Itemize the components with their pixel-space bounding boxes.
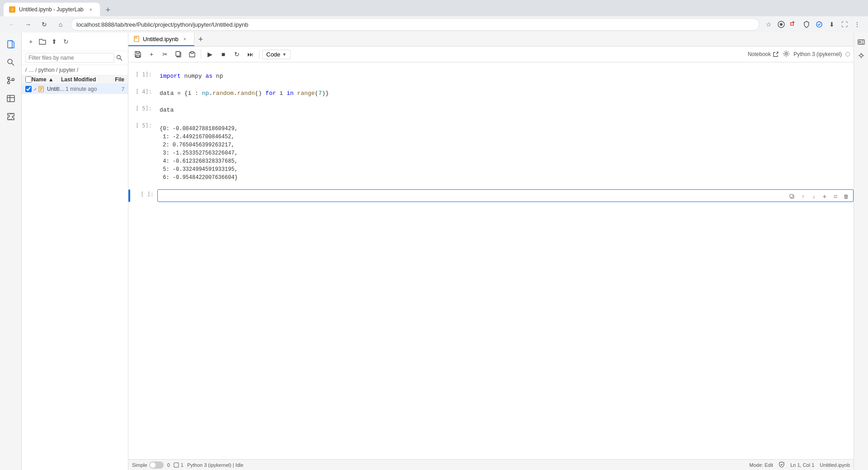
save-button[interactable] <box>132 48 144 60</box>
browser-toolbar: ← → ↻ ⌂ localhost:8888/lab/tree/Public/p… <box>0 16 868 33</box>
home-button[interactable]: ⌂ <box>54 18 67 31</box>
restart-button[interactable]: ↻ <box>231 48 243 60</box>
more-icon[interactable]: ⋮ <box>852 19 863 30</box>
run-cell-button[interactable]: ▶ <box>204 48 216 60</box>
cell-5-content[interactable]: data <box>156 103 854 117</box>
table-icon[interactable] <box>3 90 19 107</box>
svg-rect-22 <box>135 38 137 38</box>
settings-button[interactable] <box>783 50 790 59</box>
select-all-checkbox[interactable] <box>25 76 32 83</box>
reload-button[interactable]: ↻ <box>38 18 51 31</box>
file-check-icon: ✓ <box>33 87 37 92</box>
cell-empty-content[interactable]: ↑ ↓ 🗑 <box>157 189 854 202</box>
browser-toolbar-icons: ☆ ⬇ ⛶ ⋮ <box>763 19 863 30</box>
tab-close-button[interactable]: × <box>87 6 94 13</box>
trusted-icon <box>778 461 785 469</box>
new-tab-button[interactable]: + <box>102 4 114 16</box>
add-cell-above-action[interactable] <box>820 192 830 202</box>
search-sidebar-icon[interactable] <box>3 54 19 70</box>
cut-cell-button[interactable]: ✂ <box>159 48 171 60</box>
svg-rect-3 <box>793 21 794 23</box>
move-cell-up-action[interactable]: ↑ <box>798 192 808 202</box>
forward-button[interactable]: → <box>22 18 34 31</box>
notebook-tools-icon[interactable] <box>855 50 867 61</box>
svg-point-39 <box>860 54 863 57</box>
search-box <box>22 51 128 65</box>
cell-5-code: data <box>160 106 849 115</box>
svg-rect-5 <box>8 41 12 48</box>
paste-cell-button[interactable] <box>186 48 198 60</box>
cast-icon[interactable]: ⛶ <box>839 19 850 30</box>
file-list-header: Name ▲ Last Modified File <box>22 75 128 84</box>
delete-cell-action[interactable]: 🗑 <box>841 192 851 202</box>
file-panel: + ⬆ ↻ / … / python / jupyter / Name ▲ La… <box>22 33 128 470</box>
merge-cell-action[interactable] <box>830 192 840 202</box>
toggle-knob <box>150 462 156 468</box>
cell-4: [ 4]: data = {i : np.random.randn() for … <box>128 87 854 100</box>
kernel-info: Python 3 (ipykernel) | Idle <box>187 462 244 468</box>
cell-empty: [ ]: ↑ ↓ 🗑 <box>128 189 854 202</box>
download-icon[interactable]: ⬇ <box>826 19 837 30</box>
cell-5-output: [ 5]: {0: -0.0848278818609429, 1: -2.449… <box>128 121 854 186</box>
new-folder-button[interactable] <box>37 36 48 47</box>
active-tab[interactable]: J Untitled.ipynb - JupyterLab × <box>4 3 100 16</box>
add-cell-button[interactable]: + <box>146 48 157 60</box>
cell-4-code: data = {i : np.random.randn() for i in r… <box>160 89 849 98</box>
simple-mode-toggle[interactable]: Simple <box>132 461 164 469</box>
files-icon[interactable] <box>3 36 19 52</box>
file-checkbox[interactable] <box>25 86 32 92</box>
new-file-button[interactable]: + <box>25 36 36 47</box>
copy-cell-action[interactable] <box>787 192 797 202</box>
name-column-header[interactable]: Name ▲ <box>32 76 61 83</box>
file-search-button[interactable] <box>114 53 124 63</box>
puzzle-icon[interactable] <box>3 108 19 125</box>
extension-icon-2[interactable] <box>788 19 799 30</box>
svg-rect-26 <box>191 52 193 53</box>
notebook-tab-icon <box>134 36 140 42</box>
extension-icon-4[interactable] <box>814 19 825 30</box>
back-button[interactable]: ← <box>5 18 18 31</box>
refresh-button[interactable]: ↻ <box>61 36 71 47</box>
cell-empty-number: [ ]: <box>130 189 157 202</box>
notebook-open-button[interactable]: Notebook <box>748 51 779 57</box>
edit-mode-label: Mode: Edit <box>750 462 774 468</box>
cell-type-select[interactable]: Code ▼ <box>262 50 291 59</box>
notebook-tab-close[interactable]: × <box>181 35 189 42</box>
extension-icon-1[interactable] <box>776 19 787 30</box>
notebook-tab-title: Untitled.ipynb <box>143 36 179 42</box>
notebook-toolbar-right: Notebook Python 3 (ipykernel) <box>748 50 850 59</box>
browser-tabs: J Untitled.ipynb - JupyterLab × + <box>0 0 868 16</box>
interrupt-button[interactable]: ■ <box>217 48 229 60</box>
file-size: 7 <box>115 86 124 92</box>
status-bar: Simple 0 1 Python 3 (ipykernel) | Idle <box>128 459 854 470</box>
copy-cell-button[interactable] <box>173 48 184 60</box>
svg-rect-29 <box>790 194 793 197</box>
mode-toggle-switch[interactable] <box>149 461 164 469</box>
cell-1-content[interactable]: import numpy as np <box>156 70 854 83</box>
address-bar[interactable]: localhost:8888/lab/tree/Public/project/p… <box>71 18 760 31</box>
svg-rect-19 <box>40 90 42 91</box>
status-bar-left: Simple 0 1 Python 3 (ipykernel) | Idle <box>132 461 243 469</box>
main-content: Untitled.ipynb × + + ✂ ▶ ■ ↻ ⏭ <box>128 33 854 470</box>
cell-5-output-text: {0: -0.0848278818609429, 1: -2.449216700… <box>160 123 849 183</box>
bookmark-star-icon[interactable]: ☆ <box>763 19 774 30</box>
git-icon[interactable] <box>3 72 19 89</box>
svg-rect-34 <box>174 463 179 467</box>
notebook-tab-untitled[interactable]: Untitled.ipynb × <box>128 33 194 46</box>
svg-point-27 <box>785 52 788 55</box>
cell-4-content[interactable]: data = {i : np.random.randn() for i in r… <box>156 87 854 100</box>
file-item[interactable]: ✓ Untitled... 1 minute ago 7 <box>22 84 128 94</box>
cell-1: [ 1]: import numpy as np <box>128 70 854 83</box>
cell-type-dropdown-arrow: ▼ <box>282 52 287 57</box>
add-notebook-tab-button[interactable]: + <box>194 33 207 46</box>
file-panel-actions: + ⬆ ↻ <box>25 36 71 47</box>
file-panel-header: + ⬆ ↻ <box>22 33 128 51</box>
restart-run-all-button[interactable]: ⏭ <box>245 48 256 60</box>
svg-rect-24 <box>176 52 180 56</box>
upload-button[interactable]: ⬆ <box>49 36 60 47</box>
cell-empty-actions: ↑ ↓ 🗑 <box>787 192 851 202</box>
move-cell-down-action[interactable]: ↓ <box>809 192 819 202</box>
property-inspector-icon[interactable] <box>855 36 867 48</box>
file-search-input[interactable] <box>25 53 114 63</box>
extension-icon-3[interactable] <box>801 19 812 30</box>
